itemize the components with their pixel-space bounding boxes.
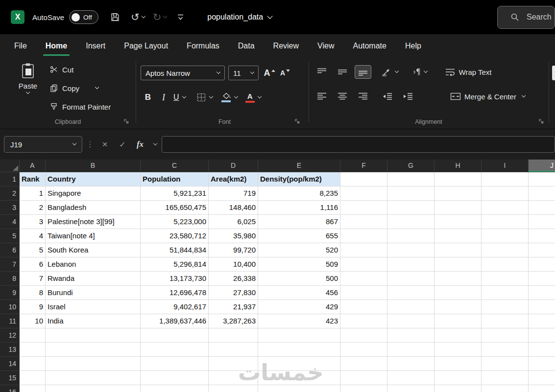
- cell-F13[interactable]: [340, 343, 387, 357]
- cell-F9[interactable]: [340, 286, 387, 300]
- fill-color-button[interactable]: [221, 90, 238, 105]
- paste-button[interactable]: Paste: [13, 63, 43, 116]
- cell-B3[interactable]: Bangladesh: [46, 201, 141, 215]
- cell-E1[interactable]: Density(pop/km2): [258, 172, 340, 186]
- name-box[interactable]: J19: [4, 136, 82, 153]
- cell-A12[interactable]: [20, 328, 46, 343]
- row-header-14[interactable]: 14: [0, 357, 20, 371]
- cell-E8[interactable]: 500: [258, 272, 340, 286]
- cell-A15[interactable]: [20, 371, 46, 385]
- cell-H5[interactable]: [434, 229, 482, 243]
- row-header-6[interactable]: 6: [0, 243, 20, 257]
- tab-review[interactable]: Review: [264, 34, 308, 58]
- cell-D3[interactable]: 148,460: [209, 201, 258, 215]
- cell-E10[interactable]: 429: [258, 300, 340, 314]
- cell-B5[interactable]: Taiwan[note 4]: [46, 229, 141, 243]
- cell-B14[interactable]: [46, 357, 141, 371]
- column-header-I[interactable]: I: [482, 160, 529, 172]
- cell-D13[interactable]: [209, 343, 258, 357]
- cell-B10[interactable]: Israel: [46, 300, 141, 314]
- row-header-10[interactable]: 10: [0, 300, 20, 314]
- cell-E16[interactable]: [258, 385, 340, 392]
- formula-bar-drag-handle[interactable]: ⋮: [83, 136, 97, 153]
- cell-B15[interactable]: [46, 371, 141, 385]
- align-left-button[interactable]: [314, 90, 330, 103]
- increase-font-size-button[interactable]: A: [264, 66, 275, 80]
- cell-C2[interactable]: 5,921,231: [141, 186, 209, 201]
- cell-I13[interactable]: [482, 343, 529, 357]
- cell-C8[interactable]: 13,173,730: [141, 272, 209, 286]
- row-header-16[interactable]: 16: [0, 385, 20, 392]
- cell-D16[interactable]: [209, 385, 258, 392]
- cell-J8[interactable]: [529, 272, 555, 286]
- borders-button[interactable]: [196, 90, 213, 105]
- cell-G16[interactable]: [387, 385, 434, 392]
- cell-H4[interactable]: [434, 215, 482, 229]
- cell-C15[interactable]: [141, 371, 209, 385]
- cell-E13[interactable]: [258, 343, 340, 357]
- cell-J13[interactable]: [529, 343, 555, 357]
- column-header-C[interactable]: C: [141, 160, 209, 172]
- cell-C13[interactable]: [141, 343, 209, 357]
- name-box-chevron[interactable]: [72, 141, 76, 145]
- row-header-8[interactable]: 8: [0, 272, 20, 286]
- row-header-9[interactable]: 9: [0, 286, 20, 300]
- text-direction-dropdown-chevron[interactable]: [423, 69, 427, 73]
- column-header-J[interactable]: J: [529, 160, 555, 172]
- cell-F14[interactable]: [340, 357, 387, 371]
- middle-align-button[interactable]: [334, 65, 351, 79]
- tab-insert[interactable]: Insert: [76, 34, 115, 58]
- cell-C11[interactable]: 1,389,637,446: [141, 314, 209, 328]
- cell-D4[interactable]: 6,025: [209, 215, 258, 229]
- font-name-combo[interactable]: Aptos Narrow: [141, 66, 225, 80]
- text-direction-button[interactable]: ›¶: [410, 66, 430, 78]
- cell-A7[interactable]: 6: [20, 257, 46, 272]
- tab-automate[interactable]: Automate: [343, 34, 395, 58]
- cell-H12[interactable]: [434, 328, 482, 343]
- tab-home[interactable]: Home: [36, 34, 76, 58]
- cell-H11[interactable]: [434, 314, 482, 328]
- cell-H6[interactable]: [434, 243, 482, 257]
- increase-indent-button[interactable]: [400, 90, 416, 103]
- cell-J12[interactable]: [529, 328, 555, 343]
- merge-center-button[interactable]: Merge & Center: [448, 91, 528, 103]
- cell-H13[interactable]: [434, 343, 482, 357]
- cell-C1[interactable]: Population: [141, 172, 209, 186]
- row-header-5[interactable]: 5: [0, 229, 20, 243]
- save-button[interactable]: [110, 12, 120, 22]
- row-header-1[interactable]: 1: [0, 172, 20, 186]
- cell-E3[interactable]: 1,116: [258, 201, 340, 215]
- column-header-B[interactable]: B: [46, 160, 141, 172]
- cell-G5[interactable]: [387, 229, 434, 243]
- cell-A11[interactable]: 10: [20, 314, 46, 328]
- font-dialog-launcher[interactable]: [294, 118, 300, 124]
- cell-F2[interactable]: [340, 186, 387, 201]
- cell-C14[interactable]: [141, 357, 209, 371]
- underline-dropdown-chevron[interactable]: [182, 94, 186, 98]
- cell-G1[interactable]: [387, 172, 434, 186]
- underline-button[interactable]: U: [173, 90, 186, 105]
- cell-B7[interactable]: Lebanon: [46, 257, 141, 272]
- select-all-corner[interactable]: [0, 160, 20, 172]
- cell-J7[interactable]: [529, 257, 555, 272]
- cell-I7[interactable]: [482, 257, 529, 272]
- cell-D5[interactable]: 35,980: [209, 229, 258, 243]
- cell-E2[interactable]: 8,235: [258, 186, 340, 201]
- cell-I11[interactable]: [482, 314, 529, 328]
- cell-I14[interactable]: [482, 357, 529, 371]
- cell-C7[interactable]: 5,296,814: [141, 257, 209, 272]
- cell-H14[interactable]: [434, 357, 482, 371]
- cell-D2[interactable]: 719: [209, 186, 258, 201]
- cell-I2[interactable]: [482, 186, 529, 201]
- tab-help[interactable]: Help: [396, 34, 431, 58]
- cell-J10[interactable]: [529, 300, 555, 314]
- borders-dropdown-chevron[interactable]: [209, 94, 213, 98]
- cell-C5[interactable]: 23,580,712: [141, 229, 209, 243]
- row-header-13[interactable]: 13: [0, 343, 20, 357]
- cell-F6[interactable]: [340, 243, 387, 257]
- cell-I12[interactable]: [482, 328, 529, 343]
- cell-F10[interactable]: [340, 300, 387, 314]
- cell-G2[interactable]: [387, 186, 434, 201]
- tab-formulas[interactable]: Formulas: [177, 34, 229, 58]
- cell-D10[interactable]: 21,937: [209, 300, 258, 314]
